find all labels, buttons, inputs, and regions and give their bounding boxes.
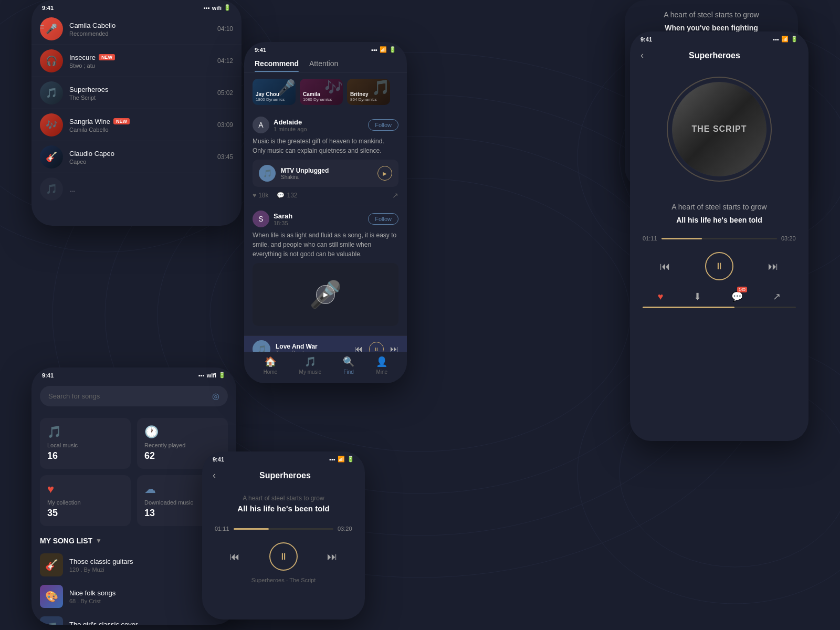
embed-artist-0: Shakira xyxy=(281,174,372,180)
progress-bottom-pf[interactable] xyxy=(643,307,796,308)
lyrics-display-lb: A heart of steel starts to grow All his … xyxy=(202,486,365,521)
song-item-3[interactable]: 🎶 Sangria Wine NEW Camila Cabello 03:09 xyxy=(32,109,242,141)
rec-card-2[interactable]: 🎵 Britney 864 Dynamics xyxy=(347,79,390,105)
post-header-0: A Adelaide 1 minute ago Follow xyxy=(253,117,398,133)
song-title-4: Claudio Capeo xyxy=(69,150,211,158)
rec-card-name-0: Jay Chou xyxy=(256,91,292,97)
rec-card-name-2: Britney xyxy=(350,91,387,97)
playlist-name-1: Nice folk songs xyxy=(69,589,213,597)
recently-played-label: Recently played xyxy=(144,442,220,448)
nav-find[interactable]: 🔍 Find xyxy=(343,356,354,375)
mine-icon: 👤 xyxy=(376,356,387,368)
embed-title-0: MTV Unplugged xyxy=(281,167,372,174)
song-item-0[interactable]: 🎤 Camila Cabello Recommended 04:10 xyxy=(32,13,242,45)
share-button-pf[interactable]: ↗ xyxy=(773,291,781,302)
search-bar[interactable]: Search for songs ◎ xyxy=(40,386,228,406)
status-bar-lib: 9:41 ▪▪▪ wifi 🔋 xyxy=(32,368,236,381)
song-duration-1: 04:12 xyxy=(217,57,233,65)
post-image-overlay-1: ▶ xyxy=(253,263,398,326)
status-icons-pf: ▪▪▪ 📶 🔋 xyxy=(773,36,798,43)
nav-home[interactable]: 🏠 Home xyxy=(264,356,278,375)
battery-icon-lib: 🔋 xyxy=(218,372,226,379)
progress-track-lb[interactable] xyxy=(234,528,333,530)
playlist-name-0: Those classic guitars xyxy=(69,558,213,565)
nav-mine[interactable]: 👤 Mine xyxy=(376,356,387,375)
dots-menu-2[interactable]: ⋮ xyxy=(219,623,228,625)
prev-button-lb[interactable]: ⏮ xyxy=(229,551,240,563)
play-pause-button-pf[interactable]: ⏸ xyxy=(705,252,733,280)
feed-tabs: Recommend Attention xyxy=(244,55,407,72)
song-duration-0: 04:10 xyxy=(217,25,233,33)
song-title-1: Insecure NEW xyxy=(69,54,211,61)
playlist-item-2[interactable]: 🎵 The girl's classic cover 45 . By Ava ⋮ xyxy=(32,612,236,625)
status-icons-lb: ▪▪▪ 📶 🔋 xyxy=(329,456,354,463)
lyric-line-pf-1: All his life he's been told xyxy=(643,214,796,227)
rec-card-1[interactable]: 🎶 Camila 1080 Dynamics xyxy=(300,79,343,105)
post-avatar-0: A xyxy=(253,117,269,133)
song-item-1[interactable]: 🎧 Insecure NEW Stwo ; atu 04:12 xyxy=(32,45,242,77)
time-start-pf: 01:11 xyxy=(643,235,657,242)
tab-attention[interactable]: Attention xyxy=(309,59,338,72)
song-info-4: Claudio Capeo Capeo xyxy=(69,150,211,165)
song-item-4[interactable]: 🎸 Claudio Capeo Capeo 03:45 xyxy=(32,141,242,173)
signal-icon-lib: ▪▪▪ xyxy=(198,372,205,379)
battery-icon-1: 🔋 xyxy=(224,4,231,11)
download-button-pf[interactable]: ⬇ xyxy=(694,291,701,302)
progress-track-pf[interactable] xyxy=(662,238,777,239)
wifi-icon-lb: 📶 xyxy=(338,456,345,463)
bottom-nav: 🏠 Home 🎵 My music 🔍 Find 👤 Mine xyxy=(244,352,407,383)
wifi-icon-pf: 📶 xyxy=(781,36,789,43)
feed-post-0: A Adelaide 1 minute ago Follow Music is … xyxy=(244,111,407,205)
playlist-name-2: The girl's classic cover xyxy=(69,621,213,625)
likes-0[interactable]: ♥ 18k xyxy=(253,192,268,199)
song-duration-3: 03:09 xyxy=(217,121,233,129)
playlist-thumb-1: 🎨 xyxy=(40,585,63,608)
embed-info-0: MTV Unplugged Shakira xyxy=(281,167,372,180)
follow-button-1[interactable]: Follow xyxy=(368,213,398,225)
rec-card-0[interactable]: 🎤 Jay Chou 1800 Dynamics xyxy=(253,79,296,105)
collection-count: 35 xyxy=(47,508,123,519)
status-time-lb: 9:41 xyxy=(213,456,224,463)
embed-play-0[interactable]: ▶ xyxy=(377,166,392,181)
rec-card-dynamics-0: 1800 Dynamics xyxy=(256,97,292,102)
song-title-3: Sangria Wine NEW xyxy=(69,118,211,125)
follow-button-0[interactable]: Follow xyxy=(368,119,398,131)
music-embed-0[interactable]: 🎵 MTV Unplugged Shakira ▶ xyxy=(253,160,398,187)
song-subtitle-1: Stwo ; atu xyxy=(69,62,211,69)
prev-button-pf[interactable]: ⏮ xyxy=(660,260,670,272)
mymusic-icon: 🎵 xyxy=(304,356,316,368)
heart-button-pf[interactable]: ♥ xyxy=(658,291,664,302)
library-card-collection[interactable]: ♥ My collection 35 xyxy=(40,475,131,526)
album-art-container: THE SCRIPT xyxy=(630,66,808,192)
song-subtitle-3: Camila Cabello xyxy=(69,127,211,133)
library-card-local[interactable]: 🎵 Local music 16 xyxy=(40,418,131,469)
post-username-0: Adelaide xyxy=(274,118,364,126)
player-title-lb: Superheroes xyxy=(216,471,354,480)
play-circle-1[interactable]: ▶ xyxy=(316,285,335,304)
album-art-ring: THE SCRIPT xyxy=(667,77,772,182)
status-bar-1: 9:41 ▪▪▪ wifi 🔋 xyxy=(32,0,242,13)
playlist-info-0: Those classic guitars 120 . By Muzi xyxy=(69,558,213,573)
comments-0[interactable]: 💬 132 xyxy=(277,192,297,199)
share-0[interactable]: ↗ xyxy=(392,191,398,200)
song-item-2[interactable]: 🎵 Superheroes The Script 05:02 xyxy=(32,77,242,109)
post-avatar-1: S xyxy=(253,211,269,227)
playlist-info-1: Nice folk songs 68 . By Crist xyxy=(69,589,213,604)
progress-fill-pf xyxy=(662,238,702,239)
song-item-5[interactable]: 🎵 ... xyxy=(32,173,242,205)
mini-title: Love And War xyxy=(276,343,349,350)
progress-lb[interactable]: 01:11 03:20 xyxy=(202,521,365,536)
tab-recommend[interactable]: Recommend xyxy=(255,59,299,72)
album-art-inner: THE SCRIPT xyxy=(672,82,766,176)
next-button-pf[interactable]: ⏭ xyxy=(768,260,779,272)
song-title-5: ... xyxy=(69,185,233,193)
song-avatar-4: 🎸 xyxy=(40,145,63,169)
nav-mymusic[interactable]: 🎵 My music xyxy=(299,356,321,375)
nav-mine-label: Mine xyxy=(376,369,388,375)
comment-button-pf[interactable]: 💬 145 xyxy=(731,291,743,302)
phone-player-full: 9:41 ▪▪▪ 📶 🔋 ‹ Superheroes THE SCRIPT A … xyxy=(630,32,808,441)
progress-pf[interactable]: 01:11 03:20 xyxy=(630,231,808,246)
play-pause-button-lb[interactable]: ⏸ xyxy=(269,542,298,571)
phone-song-list: 9:41 ▪▪▪ wifi 🔋 ≡ 🎤 Camila Cabello Recom… xyxy=(32,0,242,226)
next-button-lb[interactable]: ⏭ xyxy=(327,551,338,563)
